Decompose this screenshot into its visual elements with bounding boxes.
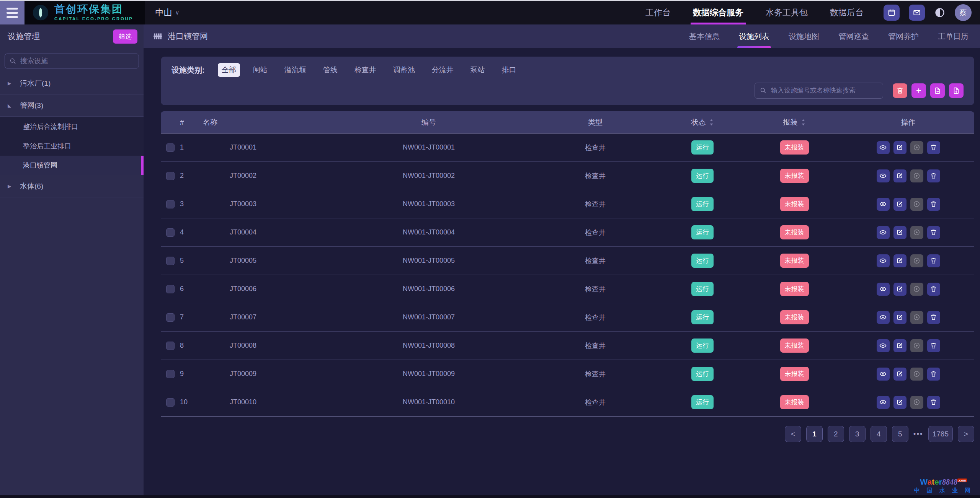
edit-row-button[interactable] <box>893 169 906 182</box>
row-checkbox[interactable] <box>166 228 175 237</box>
category-闸站[interactable]: 闸站 <box>249 63 271 77</box>
tree-node-管网(3)[interactable]: ◣管网(3) <box>0 94 144 117</box>
page-button-3[interactable]: 3 <box>849 426 866 442</box>
region-selector[interactable]: 中山 ∨ <box>155 1 180 24</box>
view-row-button[interactable] <box>877 283 890 296</box>
edit-row-button[interactable] <box>893 396 906 409</box>
row-checkbox[interactable] <box>166 143 175 152</box>
delete-row-button[interactable] <box>927 368 940 381</box>
row-checkbox[interactable] <box>166 172 175 180</box>
tree-leaf-港口镇管网[interactable]: 港口镇管网 <box>0 156 144 175</box>
cell-actions <box>842 339 974 352</box>
sort-icon[interactable] <box>801 119 806 126</box>
category-管线[interactable]: 管线 <box>319 63 341 77</box>
category-全部[interactable]: 全部 <box>218 63 240 77</box>
tree-children: 整治后合流制排口整治后工业排口港口镇管网 <box>0 117 144 175</box>
edit-row-button[interactable] <box>893 226 906 239</box>
table-row: 9JT00009NW001-JT00009检查井运行未报装 <box>161 360 974 388</box>
tab-设施列表[interactable]: 设施列表 <box>739 24 769 48</box>
tab-设施地图[interactable]: 设施地图 <box>789 24 819 48</box>
category-排口[interactable]: 排口 <box>498 63 520 77</box>
row-checkbox[interactable] <box>166 200 175 208</box>
filter-button[interactable]: 筛选 <box>113 29 137 44</box>
tree-node-水体(6)[interactable]: ▶水体(6) <box>0 175 144 197</box>
sort-icon[interactable] <box>709 119 714 126</box>
edit-row-button[interactable] <box>893 254 906 267</box>
add-button[interactable] <box>911 83 926 98</box>
view-row-button[interactable] <box>877 311 890 324</box>
edit-row-button[interactable] <box>893 141 906 154</box>
caret-collapsed-icon[interactable]: ▶ <box>8 81 14 86</box>
delete-row-button[interactable] <box>927 141 940 154</box>
delete-row-button[interactable] <box>927 254 940 267</box>
calendar-button[interactable] <box>884 5 900 21</box>
edit-row-button[interactable] <box>893 339 906 352</box>
row-checkbox[interactable] <box>166 398 175 407</box>
delete-row-button[interactable] <box>927 311 940 324</box>
page-button-1[interactable]: 1 <box>806 426 823 442</box>
view-row-button[interactable] <box>877 141 890 154</box>
page-button-4[interactable]: 4 <box>871 426 887 442</box>
user-avatar[interactable]: 蔡 <box>955 4 972 21</box>
page-ellipsis[interactable]: ••• <box>913 430 923 438</box>
nav-item-数据综合服务[interactable]: 数据综合服务 <box>693 1 743 24</box>
edit-row-button[interactable] <box>893 283 906 296</box>
page-button-5[interactable]: 5 <box>892 426 908 442</box>
column-header-报装[interactable]: 报装 <box>746 117 842 127</box>
import-button[interactable] <box>930 83 945 98</box>
sidebar-search-input[interactable] <box>5 54 139 68</box>
view-row-button[interactable] <box>877 396 890 409</box>
edit-row-button[interactable] <box>893 311 906 324</box>
nav-item-工作台[interactable]: 工作台 <box>645 1 671 24</box>
page-button-2[interactable]: 2 <box>828 426 844 442</box>
row-checkbox[interactable] <box>166 313 175 322</box>
view-row-button[interactable] <box>877 169 890 182</box>
delete-button[interactable] <box>893 83 907 98</box>
delete-row-button[interactable] <box>927 198 940 211</box>
view-row-button[interactable] <box>877 339 890 352</box>
menu-toggle-button[interactable] <box>0 1 24 24</box>
theme-toggle[interactable] <box>934 7 946 18</box>
page-button-1785[interactable]: 1785 <box>928 426 953 442</box>
row-checkbox[interactable] <box>166 342 175 350</box>
category-泵站[interactable]: 泵站 <box>467 63 489 77</box>
tab-管网养护[interactable]: 管网养护 <box>888 24 919 48</box>
caret-expanded-icon[interactable]: ◣ <box>8 103 14 108</box>
category-调蓄池[interactable]: 调蓄池 <box>389 63 419 77</box>
view-row-button[interactable] <box>877 226 890 239</box>
view-row-button[interactable] <box>877 198 890 211</box>
row-checkbox[interactable] <box>166 370 175 378</box>
tab-管网巡查[interactable]: 管网巡查 <box>838 24 869 48</box>
edit-row-button[interactable] <box>893 198 906 211</box>
delete-row-button[interactable] <box>927 283 940 296</box>
caret-collapsed-icon[interactable]: ▶ <box>8 184 14 189</box>
column-header-状态[interactable]: 状态 <box>658 117 746 127</box>
prev-page-button[interactable]: < <box>785 426 801 442</box>
export-button[interactable] <box>949 83 964 98</box>
mail-button[interactable] <box>909 5 925 21</box>
cell-name: JT00008 <box>203 342 325 350</box>
category-检查井[interactable]: 检查井 <box>351 63 380 77</box>
tab-基本信息[interactable]: 基本信息 <box>689 24 720 48</box>
top-navbar: 首创环保集团 CAPITAL ECO-PRO GROUP 中山 ∨ 工作台数据综… <box>0 1 980 24</box>
view-row-button[interactable] <box>877 368 890 381</box>
row-checkbox[interactable] <box>166 257 175 265</box>
nav-item-数据后台[interactable]: 数据后台 <box>830 1 864 24</box>
next-page-button[interactable]: > <box>958 426 974 442</box>
quick-search-input[interactable] <box>755 83 883 99</box>
delete-row-button[interactable] <box>927 396 940 409</box>
delete-row-button[interactable] <box>927 169 940 182</box>
tree-node-污水厂(1)[interactable]: ▶污水厂(1) <box>0 72 144 94</box>
registration-badge: 未报装 <box>780 169 809 183</box>
tab-工单日历[interactable]: 工单日历 <box>938 24 969 48</box>
tree-leaf-整治后合流制排口[interactable]: 整治后合流制排口 <box>0 117 144 136</box>
view-row-button[interactable] <box>877 254 890 267</box>
edit-row-button[interactable] <box>893 368 906 381</box>
tree-leaf-整治后工业排口[interactable]: 整治后工业排口 <box>0 136 144 156</box>
nav-item-水务工具包[interactable]: 水务工具包 <box>766 1 808 24</box>
row-checkbox[interactable] <box>166 285 175 293</box>
category-分流井[interactable]: 分流井 <box>428 63 457 77</box>
category-溢流堰[interactable]: 溢流堰 <box>281 63 310 77</box>
delete-row-button[interactable] <box>927 226 940 239</box>
delete-row-button[interactable] <box>927 339 940 352</box>
